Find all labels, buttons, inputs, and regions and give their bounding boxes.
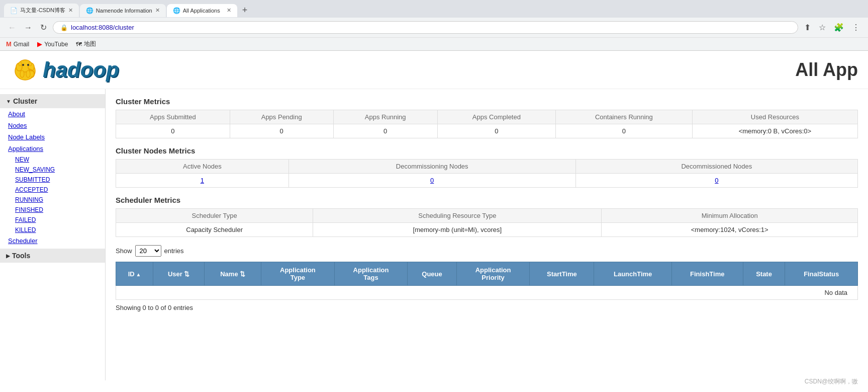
tab-1-close[interactable]: ✕ — [68, 7, 73, 14]
svg-point-6 — [19, 62, 22, 66]
tab-3-label: All Applications — [183, 8, 220, 14]
sidebar-cluster-label: Cluster — [13, 97, 37, 105]
sidebar-sub-submitted[interactable]: SUBMITTED — [0, 175, 105, 185]
val-decommissioned-nodes: 0 — [575, 174, 857, 188]
val-apps-completed: 0 — [437, 124, 555, 138]
col-apps-submitted: Apps Submitted — [116, 110, 230, 124]
tab-3[interactable]: 🌐 All Applications ✕ — [167, 4, 237, 17]
sidebar-sub-failed[interactable]: FAILED — [0, 215, 105, 225]
lock-icon: 🔒 — [60, 24, 68, 31]
sidebar-section-cluster: ▼ Cluster About Nodes Node Labels Applic… — [0, 94, 105, 247]
reload-button[interactable]: ↻ — [38, 21, 49, 34]
showing-text: Showing 0 to 0 of 0 entries — [116, 304, 858, 311]
sidebar-failed-label: FAILED — [15, 216, 36, 223]
col-name[interactable]: Name ⇅ — [205, 262, 261, 286]
sidebar-item-nodes[interactable]: Nodes — [0, 120, 105, 131]
sidebar-sub-accepted[interactable]: ACCEPTED — [0, 185, 105, 195]
data-table-header-row: ID User ⇅ Name ⇅ ApplicationType Applica… — [116, 262, 858, 286]
col-application-tags[interactable]: ApplicationTags — [334, 262, 408, 286]
sidebar-item-applications[interactable]: Applications — [0, 143, 105, 154]
share-button[interactable]: ⬆ — [802, 21, 813, 34]
page-title: All App — [795, 59, 858, 81]
forward-button[interactable]: → — [22, 21, 34, 34]
extension-button[interactable]: 🧩 — [832, 21, 846, 34]
val-scheduling-resource-type: [memory-mb (unit=Mi), vcores] — [313, 223, 602, 237]
address-bar: ← → ↻ 🔒 localhost:8088/cluster ⬆ ☆ 🧩 ⋮ — [0, 18, 868, 37]
col-decommissioned-nodes: Decommissioned Nodes — [575, 160, 857, 174]
cluster-nodes-header-row: Active Nodes Decommissioning Nodes Decom… — [116, 160, 858, 174]
svg-point-8 — [22, 64, 24, 66]
cluster-metrics-table: Apps Submitted Apps Pending Apps Running… — [116, 110, 858, 138]
col-user[interactable]: User ⇅ — [153, 262, 205, 286]
decommissioning-link[interactable]: 0 — [430, 177, 434, 184]
cluster-arrow-icon: ▼ — [6, 99, 11, 104]
sidebar-sub-killed[interactable]: KILLED — [0, 225, 105, 235]
cluster-nodes-metrics-table: Active Nodes Decommissioning Nodes Decom… — [116, 159, 858, 188]
browser-chrome: 📄 马文量-CSDN博客 ✕ 🌐 Namenode Information ✕ … — [0, 0, 868, 51]
val-apps-pending: 0 — [230, 124, 333, 138]
show-label: Show — [116, 247, 132, 255]
new-tab-button[interactable]: + — [238, 3, 252, 18]
svg-point-4 — [20, 70, 24, 77]
tab-1[interactable]: 📄 马文量-CSDN博客 ✕ — [4, 4, 79, 17]
col-containers-running: Containers Running — [556, 110, 693, 124]
hadoop-logo-text: hadoop — [43, 58, 119, 82]
sidebar-sub-running[interactable]: RUNNING — [0, 195, 105, 205]
bookmark-maps[interactable]: 🗺 地图 — [76, 40, 96, 48]
col-queue[interactable]: Queue — [408, 262, 457, 286]
bookmark-button[interactable]: ☆ — [817, 21, 828, 34]
bookmark-youtube[interactable]: ▶ YouTube — [37, 40, 68, 48]
bookmark-youtube-label: YouTube — [44, 41, 68, 48]
col-application-type[interactable]: ApplicationType — [261, 262, 335, 286]
tools-arrow-icon: ▶ — [6, 253, 10, 259]
col-launch-time[interactable]: LaunchTime — [594, 262, 671, 286]
active-nodes-link[interactable]: 1 — [201, 177, 204, 184]
url-text: localhost:8088/cluster — [71, 24, 134, 31]
cluster-metrics-data-row: 0 0 0 0 0 <memory:0 B, vCores:0> — [116, 124, 858, 138]
val-minimum-allocation: <memory:1024, vCores:1> — [602, 223, 858, 237]
sidebar-sub-new[interactable]: NEW — [0, 154, 105, 165]
sidebar-item-scheduler[interactable]: Scheduler — [0, 235, 105, 247]
sidebar: ▼ Cluster About Nodes Node Labels Applic… — [0, 89, 106, 380]
gmail-icon: M — [6, 40, 12, 48]
tab-3-close[interactable]: ✕ — [227, 7, 231, 14]
page-wrapper: hadoop All App ▼ Cluster About Nodes Nod… — [0, 51, 868, 380]
show-entries-select[interactable]: 20 50 100 — [135, 245, 161, 257]
back-button[interactable]: ← — [6, 21, 18, 34]
sidebar-sub-finished[interactable]: FINISHED — [0, 205, 105, 215]
scheduler-metrics-header-row: Scheduler Type Scheduling Resource Type … — [116, 209, 858, 223]
sidebar-cluster-header[interactable]: ▼ Cluster — [0, 94, 105, 108]
val-scheduler-type: Capacity Scheduler — [116, 223, 313, 237]
col-final-status[interactable]: FinalStatus — [785, 262, 858, 286]
bookmark-gmail[interactable]: M Gmail — [6, 40, 29, 48]
tab-2-label: Namenode Information — [96, 8, 152, 14]
col-state[interactable]: State — [743, 262, 785, 286]
url-bar[interactable]: 🔒 localhost:8088/cluster — [53, 21, 798, 34]
sidebar-item-about[interactable]: About — [0, 108, 105, 120]
menu-button[interactable]: ⋮ — [850, 21, 862, 34]
tab-2[interactable]: 🌐 Namenode Information ✕ — [80, 4, 166, 17]
scheduler-metrics-title: Scheduler Metrics — [116, 196, 858, 204]
col-start-time[interactable]: StartTime — [530, 262, 594, 286]
elephant-logo-icon — [10, 56, 40, 84]
col-application-priority[interactable]: ApplicationPriority — [456, 262, 530, 286]
youtube-icon: ▶ — [37, 40, 42, 48]
tab-1-favicon: 📄 — [10, 7, 17, 14]
sidebar-tools-header[interactable]: ▶ Tools — [0, 249, 105, 263]
sidebar-finished-label: FINISHED — [15, 206, 43, 213]
col-id[interactable]: ID — [116, 262, 153, 286]
col-finish-time[interactable]: FinishTime — [671, 262, 743, 286]
col-active-nodes: Active Nodes — [116, 160, 289, 174]
sidebar-killed-label: KILLED — [15, 226, 36, 233]
page-header: hadoop All App — [0, 51, 868, 89]
tab-2-close[interactable]: ✕ — [155, 7, 160, 14]
no-data-row: No data — [116, 286, 858, 300]
sidebar-sub-new-saving[interactable]: NEW_SAVING — [0, 165, 105, 175]
sidebar-scheduler-label: Scheduler — [8, 237, 38, 245]
scheduler-metrics-data-row: Capacity Scheduler [memory-mb (unit=Mi),… — [116, 223, 858, 237]
tab-2-favicon: 🌐 — [86, 7, 93, 14]
val-apps-submitted: 0 — [116, 124, 230, 138]
svg-point-9 — [27, 64, 29, 66]
decommissioned-link[interactable]: 0 — [715, 177, 718, 184]
sidebar-item-node-labels[interactable]: Node Labels — [0, 131, 105, 143]
